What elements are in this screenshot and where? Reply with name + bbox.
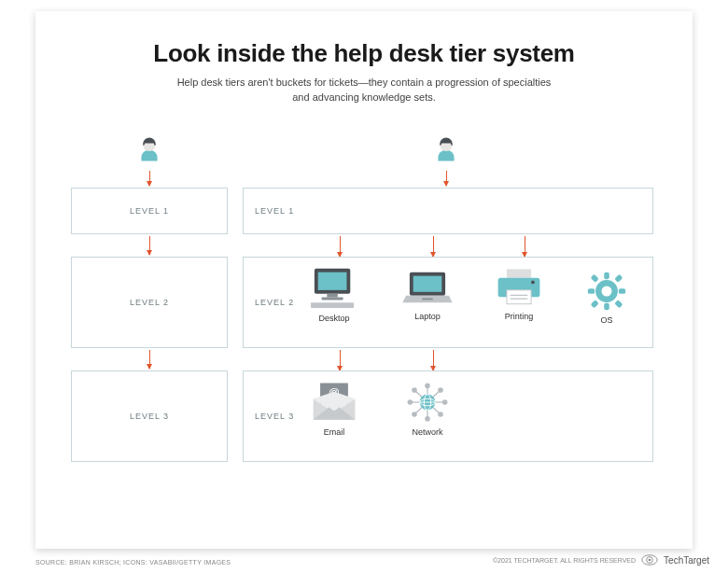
- specialty-label: OS: [570, 315, 643, 325]
- left-level-2-box: LEVEL 2: [71, 257, 228, 348]
- svg-rect-16: [604, 273, 609, 279]
- gear-icon: [586, 271, 627, 312]
- svg-rect-4: [322, 297, 343, 300]
- page-subtitle: Help desk tiers aren't buckets for ticke…: [71, 76, 657, 105]
- page-title: Look inside the help desk tier system: [71, 39, 657, 68]
- specialty-os: OS: [570, 271, 643, 325]
- user-avatar-left: [129, 128, 170, 169]
- laptop-icon: [400, 269, 455, 308]
- svg-rect-23: [614, 300, 623, 308]
- diagram-card: Look inside the help desk tier system He…: [35, 11, 693, 549]
- specialty-label: Laptop: [391, 312, 464, 321]
- footer-brand: ©2021 TECHTARGET. ALL RIGHTS RESERVED Te…: [493, 554, 709, 566]
- svg-rect-17: [604, 303, 609, 310]
- specialty-printing: Printing: [483, 267, 555, 321]
- tier-label: LEVEL 2: [255, 298, 294, 307]
- svg-point-38: [442, 399, 448, 405]
- printer-icon: [493, 267, 545, 308]
- svg-point-39: [412, 387, 417, 393]
- user-avatar-right: [426, 128, 467, 169]
- svg-rect-11: [507, 290, 531, 304]
- network-icon: [401, 381, 454, 424]
- svg-rect-9: [507, 269, 531, 277]
- specialty-email: @ Email: [298, 381, 371, 437]
- right-level-3-box: LEVEL 3 @ Email: [243, 370, 653, 462]
- tier-label: LEVEL 3: [255, 412, 294, 421]
- specialty-label: Desktop: [298, 314, 371, 323]
- arrow-down: [149, 236, 150, 255]
- left-level-1-box: LEVEL 1: [71, 188, 228, 234]
- arrow-down: [149, 350, 150, 369]
- tier-label: LEVEL 2: [130, 298, 169, 307]
- arrow-down: [446, 171, 447, 186]
- svg-rect-3: [327, 294, 338, 298]
- arrow-down: [340, 236, 341, 257]
- svg-rect-22: [591, 300, 599, 308]
- arrow-down: [525, 236, 525, 257]
- left-level-3-box: LEVEL 3: [71, 370, 228, 462]
- arrow-down: [433, 236, 434, 257]
- right-level-2-box: LEVEL 2 Desktop: [243, 257, 653, 348]
- tier-label: LEVEL 3: [130, 412, 169, 421]
- svg-point-41: [412, 412, 417, 417]
- source-credit: SOURCE: BRIAN KIRSCH; ICONS: VASABII/GET…: [35, 559, 231, 566]
- tier-label: LEVEL 1: [255, 206, 294, 216]
- svg-rect-19: [619, 288, 625, 294]
- svg-rect-8: [422, 298, 432, 300]
- svg-rect-21: [614, 274, 623, 283]
- tier-label: LEVEL 1: [130, 206, 169, 216]
- brand-name: TechTarget: [664, 555, 709, 566]
- specialty-network: Network: [391, 381, 464, 437]
- svg-point-37: [408, 399, 413, 405]
- email-icon: @: [308, 381, 360, 424]
- copyright-text: ©2021 TECHTARGET. ALL RIGHTS RESERVED: [493, 557, 636, 564]
- specialty-label: Network: [391, 427, 464, 437]
- svg-rect-5: [311, 302, 354, 308]
- arrow-down: [149, 171, 150, 186]
- svg-point-35: [425, 383, 430, 388]
- svg-rect-7: [413, 276, 442, 292]
- svg-rect-2: [318, 273, 347, 290]
- arrow-down: [433, 350, 434, 370]
- specialty-label: Printing: [483, 312, 555, 321]
- diagram-area: LEVEL 1 LEVEL 2 LEVEL 3 LEVEL 1 LEVEL 2: [71, 128, 657, 538]
- svg-point-40: [438, 387, 443, 393]
- techtarget-logo-icon: [641, 554, 658, 566]
- svg-rect-20: [591, 274, 599, 283]
- arrow-down: [340, 350, 341, 370]
- specialty-label: Email: [298, 427, 371, 437]
- specialty-desktop: Desktop: [298, 265, 371, 323]
- svg-point-12: [531, 280, 535, 284]
- right-level-1-box: LEVEL 1: [243, 188, 653, 234]
- specialty-laptop: Laptop: [391, 269, 464, 321]
- desktop-icon: [307, 265, 361, 310]
- svg-point-24: [602, 286, 612, 296]
- svg-rect-18: [588, 288, 595, 294]
- svg-point-36: [425, 416, 430, 422]
- svg-point-49: [649, 559, 651, 562]
- svg-point-42: [438, 412, 443, 417]
